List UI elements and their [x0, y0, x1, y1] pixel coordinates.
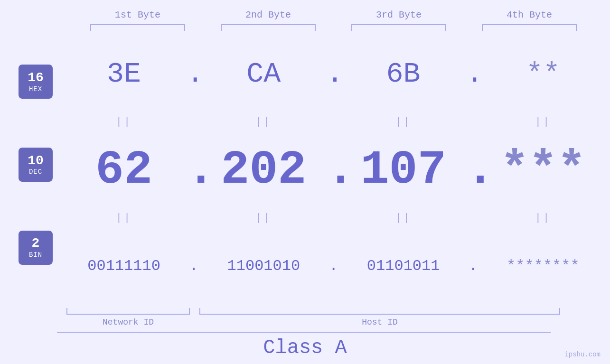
bin-row: 00111110 . 11001010 . 01101011 . *******…: [66, 227, 601, 304]
bracket-1: [90, 24, 185, 31]
dec-badge-label: DEC: [29, 168, 42, 176]
dec-dot3: .: [466, 143, 480, 197]
bracket-3: [351, 24, 446, 31]
byte4-header: 4th Byte: [477, 9, 582, 20]
equals-5: ||: [72, 212, 176, 224]
equals-8: ||: [491, 212, 595, 224]
host-id-label: Host ID: [199, 317, 560, 327]
equals-row-1: || || || ||: [66, 112, 601, 131]
hex-byte4: **: [491, 58, 595, 90]
bin-byte3: 01101011: [351, 257, 456, 275]
bin-badge: 2 BIN: [19, 231, 53, 265]
dec-badge-num: 10: [28, 154, 44, 168]
class-bracket-line: [57, 332, 551, 333]
bin-byte1: 00111110: [72, 257, 176, 275]
network-id-label: Network ID: [66, 317, 190, 327]
id-labels: Network ID Host ID: [66, 317, 601, 327]
hex-byte3: 6B: [351, 58, 456, 90]
data-area: 3E . CA . 6B . ** || || || || 62: [66, 36, 610, 327]
top-brackets: [73, 24, 595, 31]
hex-badge: 16 HEX: [19, 65, 53, 99]
hex-badge-num: 16: [28, 71, 44, 85]
badges-column: 16 HEX 10 DEC 2 BIN: [0, 36, 66, 327]
bottom-brackets: [66, 308, 601, 315]
equals-7: ||: [351, 212, 456, 224]
network-bracket: [66, 308, 190, 315]
hex-dot2: .: [326, 58, 340, 90]
bracket-2: [221, 24, 316, 31]
hex-dot1: .: [187, 58, 201, 90]
equals-1: ||: [72, 116, 176, 128]
bin-byte2: 11001010: [211, 257, 316, 275]
dec-byte3: 107: [351, 143, 456, 197]
byte2-header: 2nd Byte: [216, 9, 320, 20]
hex-byte1: 3E: [72, 58, 176, 90]
dec-dot2: .: [326, 143, 340, 197]
bin-badge-num: 2: [32, 236, 40, 251]
bin-dot3: .: [466, 257, 480, 275]
bin-dot1: .: [187, 257, 201, 275]
equals-6: ||: [211, 212, 316, 224]
equals-2: ||: [211, 116, 316, 128]
hex-row: 3E . CA . 6B . **: [66, 36, 601, 112]
bracket-4: [482, 24, 577, 31]
dec-dot1: .: [187, 143, 201, 197]
equals-3: ||: [351, 116, 456, 128]
byte3-header: 3rd Byte: [347, 9, 451, 20]
main-container: 1st Byte 2nd Byte 3rd Byte 4th Byte 16 H…: [0, 0, 610, 364]
dec-row: 62 . 202 . 107 . ***: [66, 131, 601, 208]
hex-dot3: .: [466, 58, 480, 90]
bin-byte4: ********: [491, 257, 595, 275]
byte1-header: 1st Byte: [85, 9, 190, 20]
bin-dot2: .: [326, 257, 340, 275]
dec-badge: 10 DEC: [19, 148, 53, 182]
equals-row-2: || || || ||: [66, 208, 601, 227]
equals-4: ||: [491, 116, 595, 128]
class-label: Class A: [0, 336, 610, 364]
host-bracket: [199, 308, 560, 315]
main-grid: 16 HEX 10 DEC 2 BIN 3E . CA . 6B . **: [0, 36, 610, 327]
hex-byte2: CA: [211, 58, 316, 90]
byte-headers: 1st Byte 2nd Byte 3rd Byte 4th Byte: [73, 9, 595, 20]
dec-byte4: ***: [491, 143, 595, 197]
watermark: ipshu.com: [564, 351, 601, 358]
hex-badge-label: HEX: [29, 85, 42, 93]
bin-badge-label: BIN: [29, 251, 42, 259]
dec-byte2: 202: [211, 143, 316, 197]
dec-byte1: 62: [72, 143, 176, 197]
class-section: Class A: [0, 332, 610, 364]
